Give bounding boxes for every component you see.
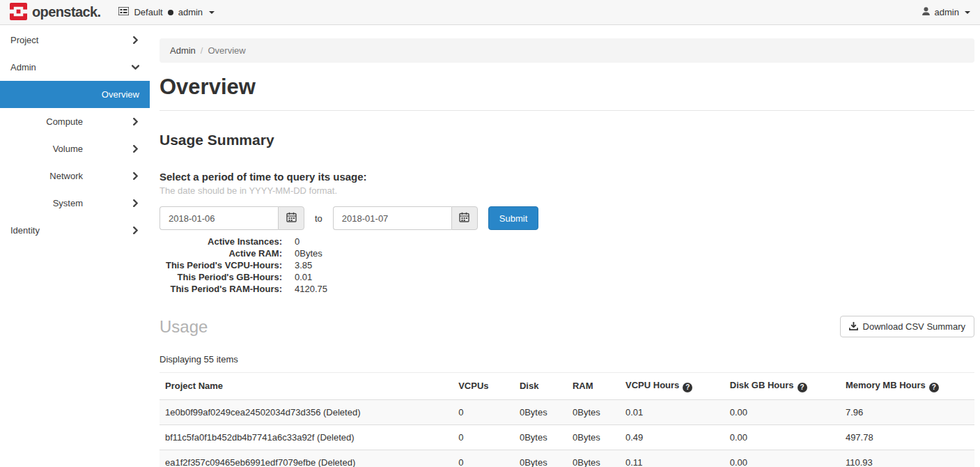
column-header-project-name: Project Name <box>160 373 453 400</box>
date-from-input[interactable] <box>160 206 278 230</box>
calendar-icon <box>459 212 469 224</box>
list-icon <box>118 7 129 17</box>
stat-active-ram: Active RAM: 0Bytes <box>160 249 974 259</box>
cell-project-name: 1e0b0f99af0249cea24502034d73d356 (Delete… <box>160 399 453 424</box>
cell-memory-mb-hours: 497.78 <box>840 424 974 450</box>
chevron-down-icon <box>209 11 215 14</box>
sidebar-item-label: Admin <box>10 62 36 72</box>
cell-ram: 0Bytes <box>567 450 620 467</box>
cell-disk: 0Bytes <box>514 424 567 450</box>
chevron-right-icon <box>132 199 139 207</box>
stat-label: This Period's VCPU-Hours: <box>160 261 282 270</box>
context-separator-dot-icon <box>168 10 173 15</box>
sidebar-nav: Project Admin Overview Compute Volume <box>0 25 150 467</box>
column-label: RAM <box>573 381 593 391</box>
user-menu[interactable]: admin <box>921 6 970 18</box>
sidebar-item-label: Identity <box>10 225 40 236</box>
page-title: Overview <box>160 75 974 100</box>
sidebar-item-project[interactable]: Project <box>0 26 150 54</box>
table-row: bf11c5fa0f1b452db4b7741a6c33a92f (Delete… <box>160 424 974 450</box>
sidebar-item-system[interactable]: System <box>0 190 150 217</box>
stat-label: Active Instances: <box>160 237 282 247</box>
usage-section-header: Usage Download CSV Summary <box>160 316 974 337</box>
cell-disk-gb-hours: 0.00 <box>724 424 840 450</box>
sidebar-item-network[interactable]: Network <box>0 162 150 190</box>
cell-vcpu-hours: 0.11 <box>620 450 724 467</box>
sidebar-item-volume[interactable]: Volume <box>0 135 150 162</box>
stat-active-instances: Active Instances: 0 <box>160 237 974 247</box>
cell-project-name: ea1f2f357c09465eb6991edf7079efbe (Delete… <box>160 450 453 467</box>
cell-disk: 0Bytes <box>514 450 567 467</box>
cell-disk: 0Bytes <box>514 399 567 424</box>
stat-ram-hours: This Period's RAM-Hours: 4120.75 <box>160 284 974 294</box>
stat-value: 4120.75 <box>295 284 327 294</box>
table-row: ea1f2f357c09465eb6991edf7079efbe (Delete… <box>160 450 974 467</box>
domain-project-switcher[interactable]: Default admin <box>118 7 215 17</box>
stat-label: Active RAM: <box>160 249 282 259</box>
download-csv-label: Download CSV Summary <box>863 321 965 332</box>
cell-vcpus: 0 <box>453 450 514 467</box>
column-header-vcpu-hours: VCPU Hours <box>620 373 724 400</box>
openstack-logo-icon <box>10 3 27 22</box>
cell-vcpu-hours: 0.01 <box>620 399 724 424</box>
stat-gb-hours: This Period's GB-Hours: 0.01 <box>160 273 974 282</box>
help-question-icon[interactable] <box>683 383 692 392</box>
date-from-calendar-button[interactable] <box>278 206 304 230</box>
column-label: Project Name <box>165 381 223 391</box>
sidebar-item-label: Compute <box>46 116 83 127</box>
column-header-disk: Disk <box>514 373 567 400</box>
breadcrumb: Admin / Overview <box>160 38 974 63</box>
usage-summary-heading: Usage Summary <box>160 132 974 148</box>
download-csv-button[interactable]: Download CSV Summary <box>840 316 974 337</box>
date-to-group <box>333 206 478 230</box>
stat-vcpu-hours: This Period's VCPU-Hours: 3.85 <box>160 261 974 270</box>
sidebar-item-compute[interactable]: Compute <box>0 108 150 135</box>
chevron-right-icon <box>132 36 139 44</box>
date-to-input[interactable] <box>333 206 451 230</box>
sidebar-item-identity[interactable]: Identity <box>0 217 150 244</box>
sidebar-item-overview[interactable]: Overview <box>0 81 150 108</box>
date-format-hint: The date should be in YYYY-MM-DD format. <box>160 185 974 196</box>
main-content: Admin / Overview Overview Usage Summary … <box>150 25 980 467</box>
cell-vcpu-hours: 0.49 <box>620 424 724 450</box>
cell-disk-gb-hours: 0.00 <box>724 450 840 467</box>
column-label: VCPUs <box>458 381 488 391</box>
context-project-label: admin <box>178 7 203 17</box>
date-range-prompt: Select a period of time to query its usa… <box>160 171 974 183</box>
submit-button[interactable]: Submit <box>488 206 538 230</box>
usage-summary-stats: Active Instances: 0 Active RAM: 0Bytes T… <box>160 237 974 294</box>
cell-memory-mb-hours: 110.93 <box>840 450 974 467</box>
stat-value: 0 <box>295 237 300 247</box>
cell-disk-gb-hours: 0.00 <box>724 399 840 424</box>
to-label: to <box>315 213 322 224</box>
chevron-down-icon <box>132 63 139 71</box>
stat-value: 0.01 <box>295 273 312 282</box>
chevron-right-icon <box>132 172 139 180</box>
chevron-right-icon <box>132 118 139 125</box>
chevron-right-icon <box>132 227 139 234</box>
chevron-right-icon <box>132 145 139 153</box>
column-header-disk-gb-hours: Disk GB Hours <box>724 373 840 400</box>
items-count: Displaying 55 items <box>160 354 974 365</box>
column-label: VCPU Hours <box>625 380 679 390</box>
stat-label: This Period's GB-Hours: <box>160 273 282 282</box>
column-header-ram: RAM <box>567 373 620 400</box>
column-label: Memory MB Hours <box>846 380 926 390</box>
help-question-icon[interactable] <box>929 383 939 392</box>
download-icon <box>849 321 858 332</box>
openstack-brand[interactable]: openstack. <box>10 3 100 22</box>
cell-project-name: bf11c5fa0f1b452db4b7741a6c33a92f (Delete… <box>160 424 453 450</box>
help-question-icon[interactable] <box>798 383 807 392</box>
breadcrumb-admin-link[interactable]: Admin <box>170 45 196 56</box>
column-label: Disk GB Hours <box>730 380 794 390</box>
stat-value: 0Bytes <box>295 249 322 259</box>
cell-ram: 0Bytes <box>567 424 620 450</box>
date-to-calendar-button[interactable] <box>451 206 478 230</box>
usage-table: Project Name VCPUs Disk RAM VCPU Hours D… <box>160 372 974 467</box>
context-domain-label: Default <box>134 7 162 17</box>
cell-vcpus: 0 <box>453 424 514 450</box>
sidebar-item-admin[interactable]: Admin <box>0 54 150 81</box>
title-divider <box>160 110 974 111</box>
brand-wordmark: openstack. <box>32 4 100 20</box>
date-range-form: to <box>160 206 974 230</box>
